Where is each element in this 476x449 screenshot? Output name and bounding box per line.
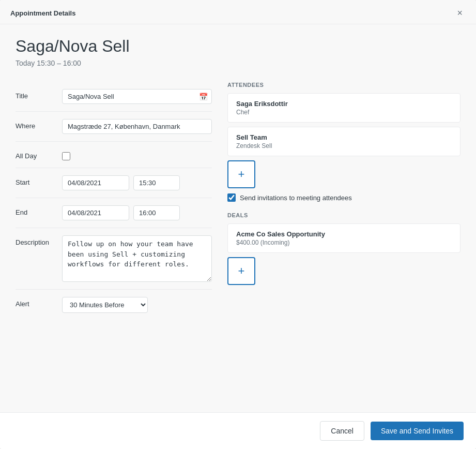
save-send-invites-button[interactable]: Save and Send Invites [371,422,464,440]
title-input-wrapper: 📅 [62,89,212,104]
attendees-section-label: ATTENDEES [227,82,460,88]
description-row: Description Follow up on how your team h… [16,228,212,290]
invite-checkbox-row: Send invitations to meeting attendees [227,193,460,202]
start-date-input[interactable] [62,175,129,190]
alert-label: Alert [16,297,62,308]
attendee-card-0: Saga Eriksdottir Chef [227,93,460,123]
right-column: ATTENDEES Saga Eriksdottir Chef Sell Tea… [227,82,460,320]
start-time-input[interactable] [133,175,180,190]
attendee-role-0: Chef [236,109,452,116]
end-row: End [16,198,212,228]
start-date-time [62,175,212,190]
invite-checkbox[interactable] [227,193,236,202]
allday-label: All Day [16,149,62,160]
deal-card-0: Acme Co Sales Opportunity $400.00 (Incom… [227,223,460,253]
end-label: End [16,205,62,216]
content-row: Title 📅 Where All Day [16,82,460,320]
appointment-details-modal: Appointment Details × Saga/Nova Sell Tod… [0,0,476,449]
modal-footer: Cancel Save and Send Invites [0,412,476,449]
start-row: Start [16,168,212,198]
end-date-input[interactable] [62,205,129,220]
calendar-icon: 📅 [199,93,208,101]
where-label: Where [16,119,62,130]
form-column: Title 📅 Where All Day [16,82,212,320]
add-deal-button[interactable]: + [227,257,255,285]
title-row: Title 📅 [16,82,212,112]
attendee-name-1: Sell Team [236,133,452,141]
alert-row: Alert At Time of Event 5 Minutes Before … [16,290,212,320]
alert-select[interactable]: At Time of Event 5 Minutes Before 10 Min… [62,297,148,313]
deals-section-label: DEALS [227,212,460,218]
attendee-card-1: Sell Team Zendesk Sell [227,127,460,156]
deal-name-0: Acme Co Sales Opportunity [236,230,452,238]
appointment-title: Saga/Nova Sell [16,37,460,56]
allday-row: All Day [16,142,212,168]
end-time-input[interactable] [133,205,180,220]
end-date-time [62,205,212,220]
deal-amount-0: $400.00 (Incoming) [236,239,452,246]
allday-checkbox[interactable] [62,152,70,160]
close-button[interactable]: × [454,7,466,19]
description-textarea[interactable]: Follow up on how your team have been usi… [62,235,212,282]
attendee-name-0: Saga Eriksdottir [236,100,452,108]
where-input[interactable] [62,119,212,134]
where-row: Where [16,112,212,142]
appointment-datetime: Today 15:30 – 16:00 [16,59,460,67]
attendee-role-1: Zendesk Sell [236,142,452,149]
title-label: Title [16,89,62,100]
allday-checkbox-wrapper [62,149,70,160]
description-label: Description [16,235,62,246]
start-label: Start [16,175,62,186]
modal-header-title: Appointment Details [10,9,75,17]
add-attendee-button[interactable]: + [227,160,255,188]
invite-label: Send invitations to meeting attendees [240,194,352,202]
cancel-button[interactable]: Cancel [320,421,364,441]
modal-header: Appointment Details × [0,0,476,24]
modal-body: Saga/Nova Sell Today 15:30 – 16:00 Title… [0,24,476,412]
title-input[interactable] [62,89,212,104]
